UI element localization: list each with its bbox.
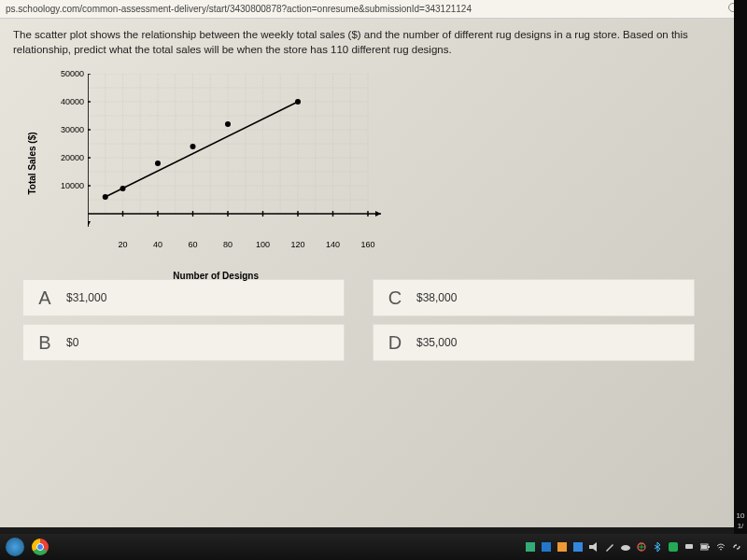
taskbar-left (0, 538, 49, 556)
tray-icon-4[interactable] (573, 542, 583, 552)
svg-rect-53 (526, 542, 535, 552)
app-icon[interactable] (669, 542, 678, 552)
chrome-icon[interactable] (32, 539, 49, 555)
cloud-icon[interactable] (621, 542, 630, 552)
pen-icon[interactable] (605, 542, 614, 552)
ytick-40000: 40000 (61, 97, 84, 106)
answer-letter: B (23, 332, 66, 354)
svg-marker-32 (88, 221, 91, 227)
xtick-160: 160 (360, 240, 374, 249)
answer-letter: D (374, 332, 416, 354)
system-tray[interactable] (526, 542, 747, 552)
svg-rect-56 (573, 542, 583, 552)
svg-rect-54 (542, 542, 551, 552)
svg-marker-57 (589, 542, 597, 552)
ytick-30000: 30000 (61, 125, 84, 134)
battery-icon[interactable] (700, 542, 710, 552)
page-content: The scatter plot shows the relationship … (0, 19, 747, 369)
xtick-60: 60 (188, 240, 197, 249)
answer-value: $35,000 (416, 336, 457, 349)
answer-letter: A (23, 287, 66, 309)
answer-c[interactable]: C $38,000 (373, 279, 695, 316)
xtick-120: 120 (290, 240, 304, 249)
svg-rect-64 (701, 545, 707, 549)
svg-point-49 (155, 161, 161, 166)
svg-marker-30 (375, 211, 381, 217)
svg-point-52 (295, 99, 301, 105)
globe-icon[interactable] (637, 542, 646, 552)
link-icon[interactable] (732, 542, 741, 552)
svg-rect-61 (685, 544, 693, 549)
scatter-plot: Total Sales ($) Number of Designs 50000 … (41, 70, 377, 257)
xtick-20: 20 (118, 240, 127, 249)
answer-value: $31,000 (66, 291, 106, 304)
ytick-10000: 10000 (61, 181, 84, 190)
y-axis-label: Total Sales ($) (27, 133, 37, 195)
tray-icon-3[interactable] (557, 542, 567, 552)
answer-a[interactable]: A $31,000 (22, 279, 345, 316)
answer-grid: A $31,000 C $38,000 B $0 D $35,000 (22, 279, 695, 361)
svg-point-47 (103, 194, 108, 200)
svg-point-58 (621, 545, 630, 551)
y-ticks: 50000 40000 30000 20000 10000 (47, 74, 84, 214)
chat-icon[interactable] (684, 542, 694, 552)
svg-rect-60 (669, 542, 678, 552)
svg-rect-63 (708, 546, 710, 548)
svg-point-51 (225, 121, 231, 127)
bluetooth-icon[interactable] (653, 542, 662, 552)
url-text: ps.schoology.com/common-assessment-deliv… (6, 4, 472, 14)
edge-bot: 1/ (738, 522, 744, 530)
answer-value: $38,000 (416, 291, 457, 304)
tray-icon-1[interactable] (526, 542, 535, 552)
x-axis-label: Number of Designs (173, 271, 259, 281)
answer-b[interactable]: B $0 (22, 324, 345, 361)
xtick-40: 40 (153, 240, 162, 249)
volume-icon[interactable] (589, 542, 599, 552)
url-bar[interactable]: ps.schoology.com/common-assessment-deliv… (0, 0, 747, 19)
answer-d[interactable]: D $35,000 (373, 324, 695, 361)
answer-value: $0 (66, 336, 78, 349)
plot-svg (88, 74, 387, 237)
xtick-140: 140 (326, 240, 340, 249)
xtick-100: 100 (256, 240, 270, 249)
windows-start-icon[interactable] (6, 538, 24, 556)
wifi-icon[interactable] (716, 542, 726, 552)
tray-icon-2[interactable] (542, 542, 551, 552)
edge-strip: 10 1/ (734, 0, 747, 534)
svg-point-50 (190, 144, 196, 149)
ytick-20000: 20000 (61, 153, 84, 162)
taskbar[interactable] (0, 534, 747, 560)
screen-photo: ps.schoology.com/common-assessment-deliv… (0, 0, 747, 527)
answer-letter: C (374, 287, 416, 309)
svg-line-46 (106, 102, 298, 197)
xtick-80: 80 (223, 240, 233, 249)
question-text: The scatter plot shows the relationship … (13, 28, 734, 57)
svg-point-48 (120, 186, 126, 191)
ytick-50000: 50000 (61, 69, 84, 78)
edge-top: 10 (737, 511, 745, 520)
svg-rect-55 (557, 542, 567, 552)
